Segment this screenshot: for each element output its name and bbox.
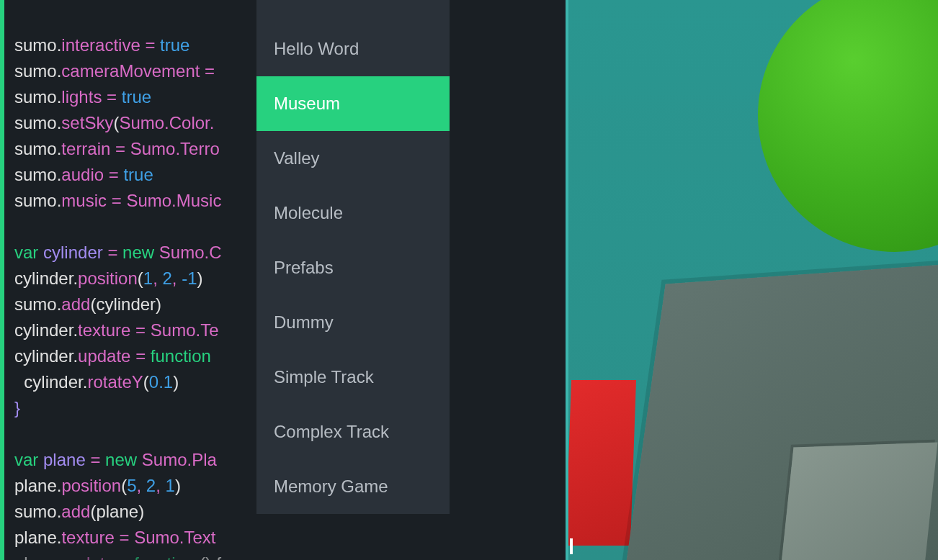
template-item-prefabs[interactable]: Prefabs [256, 240, 450, 295]
scene-viewport[interactable] [566, 0, 938, 560]
code-line: plane.texture = Sumo.Text [14, 525, 566, 551]
template-item-valley[interactable]: Valley [256, 131, 450, 186]
template-item-complex-track[interactable]: Complex Track [256, 405, 450, 459]
template-item-molecule[interactable]: Molecule [256, 186, 450, 240]
template-item-hello-word[interactable]: Hello Word [256, 22, 450, 76]
template-item-memory-game[interactable]: Memory Game [256, 459, 450, 514]
template-item-museum[interactable]: Museum [256, 76, 450, 131]
scene-red-object [566, 380, 636, 546]
template-dropdown[interactable]: Empty Project Hello Word Museum Valley M… [256, 0, 450, 514]
template-item-simple-track[interactable]: Simple Track [256, 350, 450, 405]
template-item-empty-project[interactable]: Empty Project [256, 0, 450, 22]
code-line: plane.update = function () { [14, 551, 566, 560]
viewport-cursor [570, 538, 573, 554]
scene-block-front [780, 443, 938, 560]
scene-sphere [758, 0, 938, 252]
template-item-dummy[interactable]: Dummy [256, 295, 450, 350]
